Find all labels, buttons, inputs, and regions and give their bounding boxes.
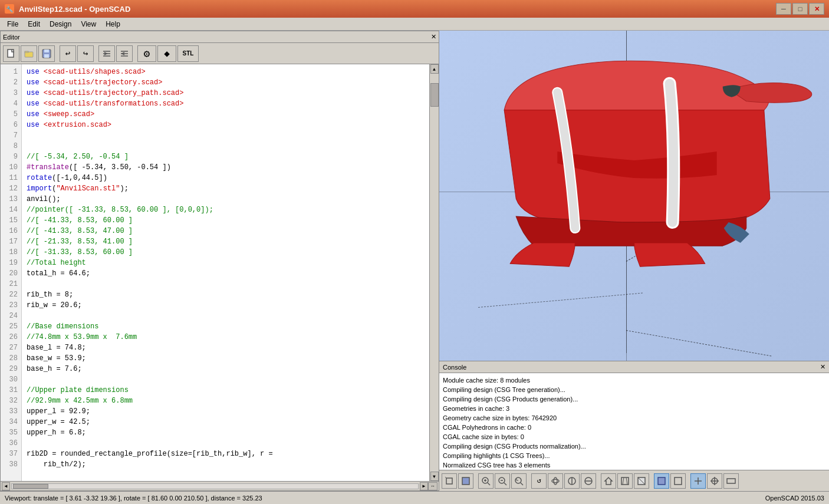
console-panel: Console ✕ Module cache size: 8 modules C… <box>439 361 829 470</box>
menu-file[interactable]: File <box>2 19 23 29</box>
crosshair-button[interactable] <box>707 473 722 489</box>
rotate-x-button[interactable] <box>548 473 563 489</box>
console-message: CGAL Polyhedrons in cache: 0 <box>443 423 825 432</box>
crosshair-horizontal <box>439 192 829 192</box>
console-message: CGAL cache size in bytes: 0 <box>443 432 825 442</box>
view-home-button[interactable] <box>601 473 616 489</box>
rotate-button[interactable]: ↺ <box>531 473 547 489</box>
console-content: Module cache size: 8 modules Compiling d… <box>439 373 829 470</box>
console-titlebar: Console ✕ <box>439 361 829 373</box>
zoom-in-button[interactable] <box>478 473 494 489</box>
editor-titlebar: Editor ✕ <box>1 31 439 43</box>
svg-point-36 <box>554 477 557 485</box>
shaded-button[interactable] <box>654 473 669 489</box>
unindent-button[interactable] <box>116 45 133 62</box>
editor-title: Editor <box>3 34 20 41</box>
console-message: Compiling design (CSG Tree generation)..… <box>443 385 825 394</box>
svg-line-44 <box>626 477 627 485</box>
rotate-z-button[interactable] <box>581 473 596 489</box>
zoom-out-button[interactable] <box>495 473 510 489</box>
svg-rect-4 <box>44 50 49 52</box>
console-message: Geometries in cache: 3 <box>443 404 825 413</box>
anvil-3d-model <box>439 31 829 361</box>
svg-line-34 <box>521 483 523 485</box>
dashed-line-2 <box>626 330 771 356</box>
svg-rect-25 <box>462 477 469 485</box>
view-back-button[interactable] <box>634 473 649 489</box>
svg-line-24 <box>445 477 446 478</box>
editor-toolbar: ↩ ↪ ⚙ ◆ STL <box>1 43 439 64</box>
console-message: Compiling design (CSG Products generatio… <box>443 394 825 404</box>
menu-view[interactable]: View <box>76 19 101 29</box>
menubar: File Edit Design View Help <box>0 18 829 31</box>
svg-line-27 <box>488 483 490 485</box>
dashed-line-3 <box>478 292 643 307</box>
viewport-info: Viewport: translate = [ 3.61 -3.32 19.36… <box>5 495 262 502</box>
svg-line-43 <box>623 477 624 485</box>
zoom-all-button[interactable] <box>511 473 527 489</box>
svg-line-31 <box>504 483 506 485</box>
code-area: 12345678 910111213141516 171819202122232… <box>1 64 439 481</box>
console-close-icon[interactable]: ✕ <box>820 363 825 371</box>
crosshair-vertical <box>626 31 627 353</box>
stl-button[interactable]: STL <box>177 45 199 62</box>
show-axes-button[interactable] <box>690 473 706 489</box>
open-button[interactable] <box>21 45 37 62</box>
render-button[interactable]: ◆ <box>157 45 176 62</box>
code-editor[interactable]: use <scad-utils/shapes.scad> use <scad-u… <box>22 64 429 481</box>
vertical-scrollbar[interactable]: ▲ ▼ <box>429 64 439 481</box>
dashed-line-1 <box>626 202 729 262</box>
main-layout: Editor ✕ ↩ ↪ ⚙ ◆ <box>0 31 829 491</box>
console-title: Console <box>443 364 466 371</box>
wireframe-button[interactable] <box>670 473 686 489</box>
editor-close-icon[interactable]: ✕ <box>431 33 436 41</box>
menu-design[interactable]: Design <box>45 19 76 29</box>
view-front-button[interactable] <box>617 473 633 489</box>
top-view-button[interactable] <box>458 473 473 489</box>
viewport[interactable]: Y X Z Console ✕ <box>439 31 829 491</box>
menu-help[interactable]: Help <box>101 19 125 29</box>
svg-rect-23 <box>446 478 452 484</box>
svg-rect-5 <box>44 54 49 58</box>
titlebar-left: 🔧 AnvilStep12.scad - OpenSCAD <box>5 4 130 14</box>
titlebar-title: AnvilStep12.scad - OpenSCAD <box>19 5 130 14</box>
statusbar: Viewport: translate = [ 3.61 -3.32 19.36… <box>0 491 829 504</box>
svg-rect-54 <box>727 479 735 483</box>
maximize-button[interactable]: □ <box>792 3 808 15</box>
horizontal-scrollbar[interactable]: ◀ ▶ ↔ <box>1 481 439 490</box>
perspective-view-button[interactable] <box>442 473 457 489</box>
svg-marker-41 <box>605 477 612 485</box>
rotate-y-button[interactable] <box>564 473 580 489</box>
svg-point-12 <box>504 87 764 134</box>
undo-button[interactable]: ↩ <box>60 45 76 62</box>
new-button[interactable] <box>3 45 19 62</box>
editor-panel: Editor ✕ ↩ ↪ ⚙ ◆ <box>0 31 439 491</box>
menu-edit[interactable]: Edit <box>23 19 45 29</box>
indent-button[interactable] <box>98 45 115 62</box>
svg-rect-2 <box>25 51 28 52</box>
svg-rect-0 <box>8 50 14 57</box>
svg-point-35 <box>552 479 559 483</box>
console-message: Compiling highlights (1 CSG Trees)... <box>443 451 825 460</box>
console-message: Geometry cache size in bytes: 7642920 <box>443 413 825 423</box>
app-icon: 🔧 <box>5 4 14 14</box>
line-numbers: 12345678 910111213141516 171819202122232… <box>1 64 22 481</box>
app-info: OpenSCAD 2015.03 <box>765 495 824 502</box>
minimize-button[interactable]: ─ <box>776 3 791 15</box>
viewport-toolbar: ↺ <box>439 470 829 491</box>
console-message: Module cache size: 8 modules <box>443 375 825 385</box>
console-message: Compiling design (CSG Products normaliza… <box>443 442 825 451</box>
ortho-button[interactable] <box>723 473 739 489</box>
console-message: Normalized CSG tree has 3 elements <box>443 460 825 470</box>
titlebar-buttons: ─ □ ✕ <box>776 3 824 15</box>
svg-rect-48 <box>675 477 682 485</box>
titlebar: 🔧 AnvilStep12.scad - OpenSCAD ─ □ ✕ <box>0 0 829 18</box>
save-button[interactable] <box>38 45 55 62</box>
redo-button[interactable]: ↪ <box>77 45 94 62</box>
compile-button[interactable]: ⚙ <box>137 45 156 62</box>
svg-rect-47 <box>658 477 665 485</box>
close-button[interactable]: ✕ <box>809 3 824 15</box>
